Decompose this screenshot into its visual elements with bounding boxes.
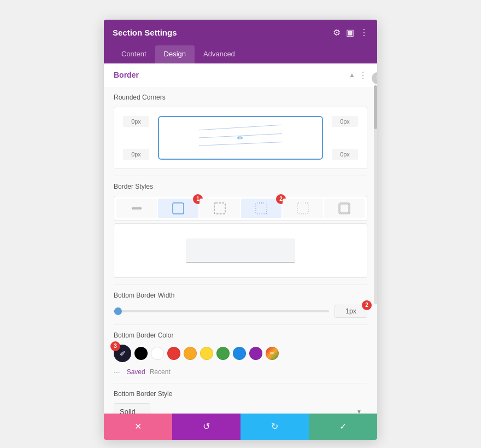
dots-icon[interactable]: ···	[114, 368, 120, 376]
header-icons: ⚙ ▣ ⋮	[333, 27, 368, 38]
saved-recent-row: Saved Recent	[125, 368, 171, 376]
scrollbar-track[interactable]	[374, 85, 377, 304]
reset-icon: ↺	[203, 421, 210, 432]
scrollbar-thumb[interactable]	[374, 85, 377, 129]
bottom-border-style-label: Bottom Border Style	[114, 390, 367, 398]
rounded-corners-widget: ✏	[114, 107, 367, 169]
settings-icon[interactable]: ⚙	[333, 27, 341, 38]
panel-footer: ✕ ↺ ↻ ✓	[104, 414, 377, 440]
border-style-dotted[interactable]	[283, 199, 323, 218]
section-settings-panel: Section Settings ⚙ ▣ ⋮ Content Design Ad…	[104, 20, 377, 440]
border-style-dotted-active[interactable]: 2	[241, 199, 281, 218]
color-swatch-yellow[interactable]	[184, 347, 197, 360]
bottom-border-width-label: Bottom Border Width	[114, 292, 367, 299]
tab-design[interactable]: Design	[155, 45, 195, 63]
border-preview-box	[114, 223, 367, 278]
svg-rect-9	[340, 204, 349, 213]
slider-thumb[interactable]	[114, 307, 122, 315]
save-button[interactable]: ✓	[309, 414, 377, 440]
svg-rect-7	[297, 203, 308, 214]
eyedropper-badge: 3	[110, 341, 120, 351]
save-icon: ✓	[339, 421, 347, 432]
corner-top-right-input[interactable]	[332, 116, 358, 127]
svg-rect-8	[339, 203, 350, 214]
svg-rect-4	[173, 203, 184, 214]
panel-header: Section Settings ⚙ ▣ ⋮	[104, 20, 377, 45]
color-swatch-red[interactable]	[167, 347, 180, 360]
color-eyedropper-button[interactable]: 3 ✏	[114, 345, 131, 362]
pencil-icon: ✏	[237, 133, 244, 142]
border-style-double[interactable]	[324, 199, 365, 218]
color-swatch-blue[interactable]	[233, 347, 246, 360]
dropdown-arrow-icon: ▼	[356, 409, 362, 414]
svg-rect-6	[256, 203, 267, 214]
dropdown-wrapper: Solid Dashed Dotted Double None ▼	[114, 403, 367, 414]
color-row: 3 ✏ ✏	[114, 345, 367, 362]
rounded-corners-label: Rounded Corners	[114, 94, 367, 101]
bottom-border-width-section: Bottom Border Width 2	[104, 285, 377, 324]
border-styles-label: Border Styles	[114, 183, 367, 190]
rounded-corners-section: Rounded Corners ✏	[104, 87, 377, 176]
border-section-header: Border ▲ ⋮	[104, 63, 377, 87]
border-styles-section: Border Styles 1	[104, 176, 377, 284]
saved-link[interactable]: Saved	[127, 368, 145, 376]
section-header-icons: ▲ ⋮	[349, 70, 367, 80]
color-swatch-black[interactable]	[134, 347, 148, 360]
color-swatch-green[interactable]	[216, 347, 230, 360]
border-styles-grid: 1 2	[114, 196, 367, 221]
section-more-icon[interactable]: ⋮	[359, 70, 367, 80]
cancel-icon: ✕	[134, 421, 142, 432]
color-swatch-light-yellow[interactable]	[200, 347, 213, 360]
cancel-button[interactable]: ✕	[104, 414, 172, 440]
bottom-border-color-label: Bottom Border Color	[114, 331, 367, 339]
tab-advanced[interactable]: Advanced	[195, 45, 244, 63]
corner-bottom-right-input[interactable]	[332, 149, 358, 160]
color-swatch-purple[interactable]	[249, 347, 262, 360]
border-style-none[interactable]	[116, 199, 157, 218]
color-swatch-white[interactable]	[151, 347, 164, 360]
bottom-border-color-section: Bottom Border Color 3 ✏ ✏ ···	[104, 325, 377, 383]
panel-content: Border ▲ ⋮ Rounded Corners	[104, 63, 377, 414]
recent-link[interactable]: Recent	[150, 368, 171, 376]
corner-bottom-left-input[interactable]	[123, 149, 149, 160]
svg-rect-3	[132, 208, 141, 209]
corner-preview: ✏	[158, 116, 323, 160]
slider-badge: 2	[362, 300, 372, 310]
border-title: Border	[114, 71, 139, 79]
tab-content[interactable]: Content	[113, 45, 155, 63]
corner-top-left-input[interactable]	[123, 116, 149, 127]
svg-line-2	[199, 142, 282, 146]
reset-button[interactable]: ↺	[172, 414, 241, 440]
bottom-border-style-section: Bottom Border Style Solid Dashed Dotted …	[104, 383, 377, 414]
border-preview-inner	[186, 238, 295, 263]
slider-track[interactable]	[114, 310, 329, 312]
slider-value-box: 2	[335, 305, 367, 318]
svg-line-0	[199, 125, 282, 130]
color-swatch-pencil[interactable]: ✏	[266, 347, 279, 360]
panel-title: Section Settings	[113, 28, 177, 37]
redo-button[interactable]: ↻	[241, 414, 309, 440]
border-style-dashed[interactable]	[200, 199, 240, 218]
collapse-icon[interactable]: ▲	[349, 71, 355, 79]
svg-rect-5	[214, 203, 225, 214]
slider-row: 2	[114, 305, 367, 318]
tabs-bar: Content Design Advanced	[104, 45, 377, 63]
border-style-solid[interactable]: 1	[158, 199, 198, 218]
redo-icon: ↻	[271, 421, 278, 432]
layout-icon[interactable]: ▣	[346, 27, 354, 38]
more-icon[interactable]: ⋮	[360, 27, 368, 38]
bottom-border-style-select[interactable]: Solid Dashed Dotted Double None	[114, 403, 150, 414]
